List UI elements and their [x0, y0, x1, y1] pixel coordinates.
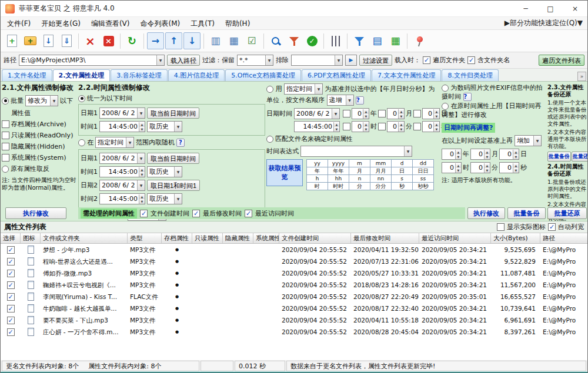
- clear-list-button[interactable]: ×: [100, 32, 117, 49]
- move-down-button[interactable]: ↓: [183, 32, 201, 49]
- row-select-checkbox[interactable]: [7, 293, 15, 301]
- tab-3[interactable]: 3.音乐标签处理: [111, 69, 168, 81]
- menu-item-1[interactable]: 文件(F): [2, 17, 36, 30]
- file-row[interactable]: 要不要买菜 - 下山.mp3MP3文件●2020/09/04 20:55:522…: [1, 314, 587, 326]
- spinner-arrows-icon[interactable]: ▲▼: [398, 122, 404, 132]
- load-file-button[interactable]: ↓: [40, 32, 57, 49]
- column-header-3[interactable]: 文件或文件夹: [41, 233, 128, 243]
- random-basis-select[interactable]: 指定时间▼: [95, 137, 134, 148]
- apply-check-button[interactable]: ✓: [303, 32, 320, 49]
- match-filename-radio[interactable]: [266, 136, 273, 143]
- refresh-button[interactable]: ↻: [123, 32, 141, 49]
- readonly-attr-checkbox[interactable]: [2, 132, 9, 139]
- spinner-arrows-icon[interactable]: ▲▼: [455, 150, 461, 159]
- basis-time-spinner[interactable]: 14:45:00▲▼: [294, 121, 340, 132]
- dropdown-arrow-icon[interactable]: ▼: [137, 108, 145, 118]
- load-path-button[interactable]: 载入路径: [167, 55, 200, 66]
- row-select-checkbox[interactable]: [7, 258, 15, 266]
- preview-button[interactable]: [267, 32, 284, 49]
- checklist-button[interactable]: ☑: [243, 32, 260, 49]
- step-year-checkbox[interactable]: [343, 110, 350, 117]
- order-select[interactable]: 递增▼: [327, 95, 354, 106]
- column-header-2[interactable]: 图标: [21, 233, 41, 243]
- apply-filter-button[interactable]: ▶: [345, 55, 357, 66]
- archive-attr-checkbox[interactable]: [2, 120, 9, 128]
- time-backup-button[interactable]: 批量备份: [507, 207, 546, 219]
- row-select-checkbox[interactable]: [7, 281, 15, 289]
- take-current-datetime-button[interactable]: 取当前日期时间: [147, 107, 199, 119]
- hidden-attr-checkbox[interactable]: [2, 143, 9, 150]
- dropdown-arrow-icon[interactable]: ▼: [335, 55, 342, 65]
- column-header-6[interactable]: 只读属性: [192, 233, 223, 243]
- spinner-arrows-icon[interactable]: ▲▼: [363, 109, 369, 119]
- tab-7[interactable]: 7.文本文件属性处理: [372, 69, 442, 81]
- accessed-time-checkbox[interactable]: [245, 210, 252, 217]
- minimize-button[interactable]: ─: [513, 1, 538, 17]
- execute-time-modify-button[interactable]: 执行修改: [467, 207, 505, 219]
- basis-select[interactable]: 指定时间▼: [284, 83, 323, 95]
- step-hour-spinner[interactable]: 0▲▼: [352, 121, 369, 132]
- adj-month-spinner[interactable]: 0▲▼: [470, 149, 490, 160]
- traverse-folders-checkbox[interactable]: [423, 56, 430, 64]
- spinner-arrows-icon[interactable]: ▲▼: [433, 122, 439, 132]
- dropdown-arrow-icon[interactable]: ▼: [137, 180, 145, 190]
- close-button[interactable]: ×: [563, 1, 587, 17]
- adjust-sliders-button[interactable]: [327, 32, 344, 49]
- execute-attr-modify-button[interactable]: 执行修改: [5, 207, 66, 219]
- column-header-13[interactable]: 路径: [540, 233, 588, 243]
- menu-item-3[interactable]: 编辑查看(V): [86, 17, 135, 30]
- random-help-button[interactable]: ?: [176, 139, 185, 147]
- random-range-radio[interactable]: [78, 139, 85, 146]
- file-row[interactable]: 李闰珉(Yiruma) - Kiss T...FLAC文件●2020/09/04…: [1, 291, 587, 303]
- step-minute-spinner[interactable]: 0▲▼: [387, 121, 405, 132]
- column-header-12[interactable]: 大小(Bytes): [491, 233, 540, 243]
- spinner-arrows-icon[interactable]: ▲▼: [139, 194, 145, 204]
- time-restore-button[interactable]: 批量还原: [547, 207, 587, 219]
- attr-restore-button[interactable]: 批量还原: [572, 152, 587, 162]
- preview-result-button[interactable]: 获取结果预览: [266, 159, 303, 186]
- row-select-checkbox[interactable]: [7, 305, 15, 312]
- tab-4[interactable]: 4.图片信息处理: [168, 69, 225, 81]
- rnd-history2-select[interactable]: 取历史▼: [147, 193, 182, 204]
- spinner-arrows-icon[interactable]: ▲▼: [484, 163, 490, 173]
- column-header-4[interactable]: 类型: [128, 233, 162, 243]
- basis-date-picker[interactable]: 2008/ 6/ 2▼: [294, 108, 340, 119]
- adj-second-spinner[interactable]: 0▲▼: [499, 162, 519, 173]
- report-button[interactable]: ▤: [369, 32, 386, 49]
- row-select-checkbox[interactable]: [7, 317, 15, 324]
- grid-view-button[interactable]: ▦: [225, 32, 242, 49]
- tab-6[interactable]: 6.PDF文档属性处理: [302, 69, 371, 81]
- system-attr-checkbox[interactable]: [2, 154, 9, 162]
- spinner-arrows-icon[interactable]: ▲▼: [433, 109, 439, 119]
- row-select-checkbox[interactable]: [7, 270, 15, 277]
- attr-backup-button[interactable]: 批量备份: [547, 152, 571, 162]
- file-row[interactable]: 程响-世界这么大还是遇...MP3文件●2020/09/04 20:55:522…: [1, 256, 587, 267]
- spinner-arrows-icon[interactable]: ▲▼: [139, 167, 145, 177]
- dropdown-arrow-icon[interactable]: ▼: [174, 194, 182, 204]
- modified-time-checkbox[interactable]: [192, 210, 200, 217]
- step-day-spinner[interactable]: 0▲▼: [422, 108, 440, 119]
- dropdown-arrow-icon[interactable]: ▼: [346, 95, 353, 105]
- spinner-arrows-icon[interactable]: ▲▼: [484, 150, 490, 159]
- auto-column-width-checkbox[interactable]: [548, 223, 556, 231]
- unify-time-radio[interactable]: [78, 95, 85, 102]
- column-header-1[interactable]: 选择: [1, 233, 21, 243]
- readjust-radio[interactable]: [442, 103, 449, 110]
- execute-rename-button[interactable]: →: [147, 32, 164, 49]
- column-header-9[interactable]: 文件创建时间: [279, 233, 351, 243]
- rnd-take-date1-button[interactable]: 取日期1和时间1: [147, 180, 200, 191]
- column-header-8[interactable]: 系统属性: [253, 233, 279, 243]
- step-day-checkbox[interactable]: [413, 110, 421, 117]
- include-foldername-checkbox[interactable]: [467, 56, 475, 64]
- spinner-arrows-icon[interactable]: ▲▼: [333, 122, 339, 132]
- invert-attr-radio[interactable]: [2, 166, 9, 173]
- column-header-7[interactable]: 隐藏属性: [223, 233, 253, 243]
- export-grid-button[interactable]: ▦: [387, 32, 404, 49]
- column-header-11[interactable]: 最近访问时间: [419, 233, 491, 243]
- file-row[interactable]: 梦想 - 少年.mp3MP3文件●2020/09/04 20:55:522020…: [1, 244, 587, 256]
- tab-1[interactable]: 1.文件名处理: [2, 69, 52, 81]
- rnd-history1-select[interactable]: 取历史▼: [147, 166, 182, 177]
- maximize-button[interactable]: □: [538, 1, 563, 17]
- file-row[interactable]: 庄心妍 - 一万个舍不得.m...MP3文件●2020/09/04 20:55:…: [1, 326, 587, 338]
- dropdown-arrow-icon[interactable]: ▼: [315, 84, 322, 94]
